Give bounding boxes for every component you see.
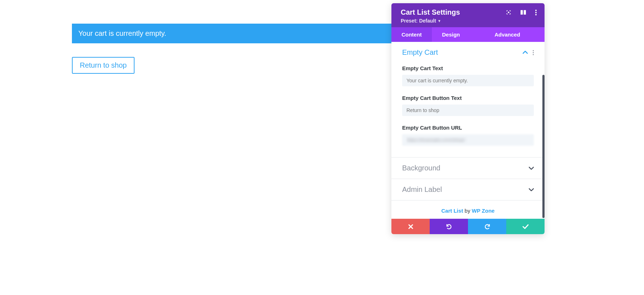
- save-button[interactable]: [506, 219, 545, 234]
- chevron-up-icon: [523, 51, 528, 54]
- tab-content-label: Content: [401, 32, 422, 38]
- field-empty-cart-button-url-label: Empty Cart Button URL: [402, 125, 534, 131]
- tab-design-label: Design: [442, 32, 460, 38]
- svg-point-4: [535, 12, 537, 13]
- footer-link-cart-list[interactable]: Cart List: [441, 208, 463, 214]
- redo-icon: [484, 223, 491, 230]
- section-admin-label-title: Admin Label: [402, 185, 442, 194]
- undo-icon: [446, 223, 452, 230]
- field-empty-cart-button-url: Empty Cart Button URL: [402, 125, 534, 146]
- tab-content[interactable]: Content: [391, 27, 432, 42]
- panel-tabs: Content Design Advanced: [391, 27, 545, 42]
- expand-icon[interactable]: [506, 10, 511, 15]
- panel-footer: [391, 219, 545, 234]
- svg-rect-0: [508, 12, 509, 13]
- svg-point-5: [535, 14, 537, 15]
- settings-panel: Cart List Settings Preset: Default ▼ Con…: [391, 3, 545, 234]
- field-empty-cart-text-label: Empty Cart Text: [402, 65, 534, 71]
- section-background-header[interactable]: Background: [391, 157, 545, 179]
- field-empty-cart-button-text-label: Empty Cart Button Text: [402, 95, 534, 101]
- empty-cart-notice-text: Your cart is currently empty.: [78, 29, 166, 37]
- panel-header-row: Cart List Settings: [401, 8, 537, 16]
- svg-rect-1: [521, 10, 523, 15]
- footer-link-wp-zone[interactable]: WP Zone: [472, 208, 495, 214]
- check-icon: [522, 224, 529, 229]
- section-empty-cart-title: Empty Cart: [402, 48, 438, 57]
- svg-point-3: [535, 10, 537, 11]
- section-empty-cart-header[interactable]: Empty Cart: [391, 42, 545, 63]
- scrollbar[interactable]: [542, 75, 545, 218]
- panel-title: Cart List Settings: [401, 8, 460, 16]
- preset-selector[interactable]: Preset: Default ▼: [401, 18, 537, 24]
- svg-rect-2: [524, 10, 526, 15]
- section-empty-cart-content: Empty Cart Text Empty Cart Button Text E…: [391, 63, 545, 157]
- chevron-down-icon: [529, 166, 534, 170]
- tab-advanced[interactable]: Advanced: [470, 27, 545, 42]
- undo-button[interactable]: [430, 219, 468, 234]
- close-icon: [408, 224, 413, 229]
- cancel-button[interactable]: [391, 219, 430, 234]
- caret-down-icon: ▼: [438, 19, 441, 23]
- panel-header: Cart List Settings Preset: Default ▼: [391, 3, 545, 27]
- kebab-menu-icon[interactable]: [535, 10, 537, 15]
- empty-cart-button-url-input[interactable]: [402, 134, 534, 146]
- empty-cart-button-text-input[interactable]: [402, 105, 534, 116]
- chevron-down-icon: [529, 188, 534, 191]
- empty-cart-text-input[interactable]: [402, 75, 534, 86]
- section-kebab-icon[interactable]: [533, 50, 534, 55]
- return-to-shop-label: Return to shop: [80, 61, 127, 69]
- field-empty-cart-text: Empty Cart Text: [402, 65, 534, 86]
- footer-by: by: [463, 208, 472, 214]
- tab-design[interactable]: Design: [432, 27, 470, 42]
- return-to-shop-button[interactable]: Return to shop: [72, 57, 135, 74]
- panel-body: Empty Cart Empty Cart Text Empty Cart Bu…: [391, 42, 545, 219]
- columns-icon[interactable]: [521, 10, 526, 15]
- section-background-title: Background: [402, 164, 440, 172]
- svg-point-6: [533, 50, 534, 51]
- svg-point-7: [533, 52, 534, 53]
- panel-footer-note: Cart List by WP Zone: [391, 200, 545, 219]
- preset-prefix: Preset:: [401, 18, 418, 24]
- preset-value: Default: [419, 18, 436, 24]
- field-empty-cart-button-text: Empty Cart Button Text: [402, 95, 534, 116]
- svg-point-8: [533, 54, 534, 55]
- panel-header-icons: [506, 10, 537, 15]
- tab-advanced-label: Advanced: [494, 32, 520, 38]
- redo-button[interactable]: [468, 219, 506, 234]
- section-admin-label-header[interactable]: Admin Label: [391, 179, 545, 200]
